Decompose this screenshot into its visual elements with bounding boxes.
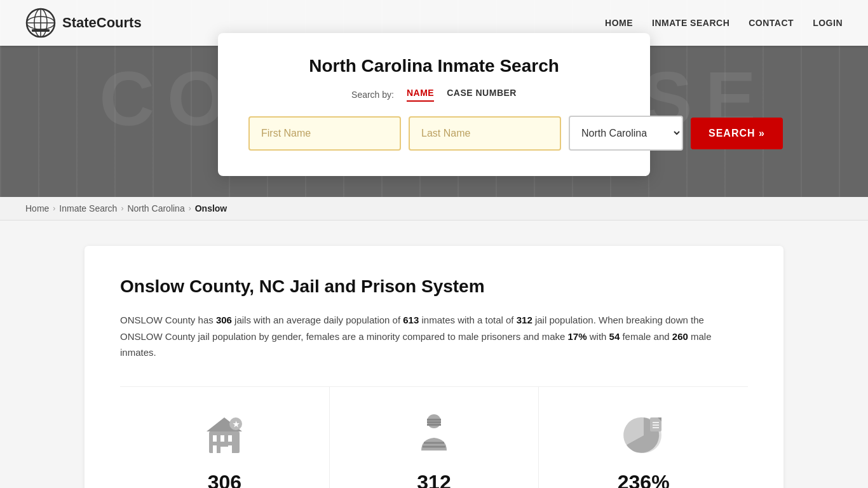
breadcrumb: Home › Inmate Search › North Carolina › … <box>0 197 868 220</box>
svg-rect-11 <box>228 445 232 453</box>
breadcrumb-inmate-search[interactable]: Inmate Search <box>59 203 117 214</box>
nav-login[interactable]: LOGIN <box>813 18 843 28</box>
stat-jails: ★ 306 Jails <box>120 387 330 489</box>
svg-rect-12 <box>220 447 228 453</box>
nav-inmate-search[interactable]: INMATE SEARCH <box>652 18 729 28</box>
svg-rect-7 <box>213 435 217 442</box>
content-card: Onslow County, NC Jail and Prison System… <box>85 246 783 488</box>
search-button[interactable]: SEARCH » <box>691 118 783 149</box>
chevron-icon-3: › <box>189 204 191 213</box>
jail-rate-count: 236% <box>552 471 735 489</box>
logo-icon <box>25 8 56 38</box>
prisoners-count: 312 <box>342 471 526 489</box>
search-card: North Carolina Inmate Search Search by: … <box>218 33 650 176</box>
jail-rate-icon <box>552 410 735 461</box>
nav-home[interactable]: HOME <box>605 18 633 28</box>
svg-rect-19 <box>427 424 441 426</box>
tab-case-number[interactable]: CASE NUMBER <box>447 88 517 102</box>
main-content: Onslow County, NC Jail and Prison System… <box>0 220 868 488</box>
nav-links: HOME INMATE SEARCH CONTACT LOGIN <box>605 17 843 29</box>
jails-count: 306 <box>133 471 316 489</box>
search-inputs: North Carolina Alabama Alaska Arizona Ca… <box>248 116 620 151</box>
chevron-icon-1: › <box>53 204 55 213</box>
logo[interactable]: StateCourts <box>25 8 142 38</box>
last-name-input[interactable] <box>409 116 561 151</box>
search-by-label: Search by: <box>351 90 394 100</box>
svg-rect-17 <box>427 419 441 421</box>
content-title: Onslow County, NC Jail and Prison System <box>120 276 748 297</box>
svg-rect-5 <box>32 29 50 32</box>
stats-row: ★ 306 Jails <box>120 386 748 489</box>
jails-icon: ★ <box>133 410 316 461</box>
search-by-row: Search by: NAME CASE NUMBER <box>248 88 620 102</box>
state-select[interactable]: North Carolina Alabama Alaska Arizona Ca… <box>569 116 683 151</box>
stat-prisoners: 312 Prisoners <box>330 387 539 489</box>
breadcrumb-north-carolina[interactable]: North Carolina <box>127 203 184 214</box>
tab-name[interactable]: NAME <box>407 88 434 102</box>
svg-text:★: ★ <box>233 420 240 429</box>
breadcrumb-onslow: Onslow <box>195 203 227 214</box>
prisoners-icon <box>342 410 526 461</box>
logo-text: StateCourts <box>62 15 142 31</box>
stat-jail-rate: 236% Jail Rate <box>539 387 748 489</box>
first-name-input[interactable] <box>248 116 401 151</box>
breadcrumb-home[interactable]: Home <box>25 203 49 214</box>
svg-rect-10 <box>213 445 217 453</box>
svg-rect-8 <box>220 435 224 442</box>
nav-contact[interactable]: CONTACT <box>749 18 794 28</box>
search-card-title: North Carolina Inmate Search <box>248 56 620 76</box>
chevron-icon-2: › <box>121 204 123 213</box>
svg-rect-9 <box>228 435 232 442</box>
content-description: ONSLOW County has 306 jails with an aver… <box>120 312 748 361</box>
svg-rect-18 <box>427 421 441 423</box>
